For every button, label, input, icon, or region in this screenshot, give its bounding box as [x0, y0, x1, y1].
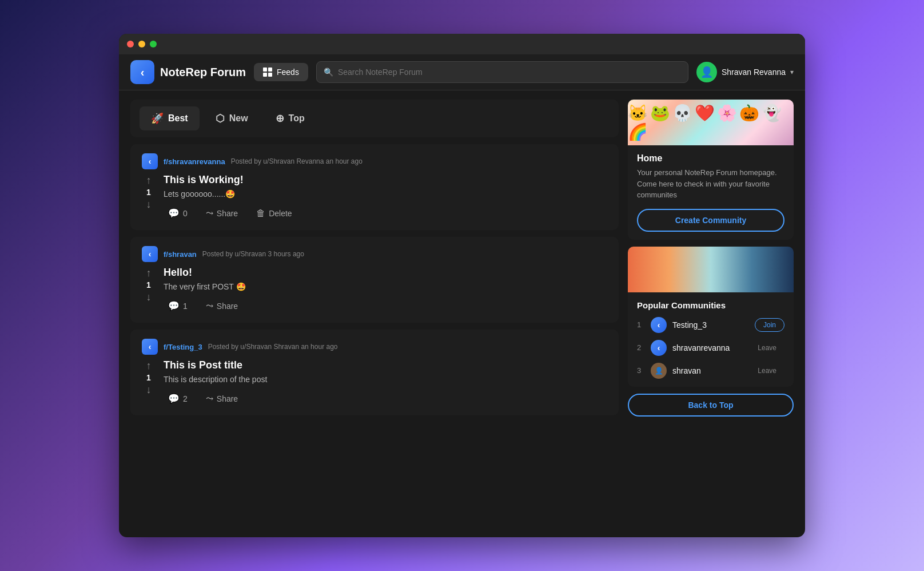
post-description: This is description of the post	[164, 375, 607, 384]
user-name: Shravan Revanna	[722, 68, 786, 77]
post-meta: Posted by u/Shravan 3 hours ago	[202, 250, 304, 258]
comment-icon: 💬	[168, 208, 180, 219]
community-item-icon: ‹	[651, 340, 667, 356]
community-icon: ‹	[142, 153, 158, 169]
tab-best[interactable]: 🚀 Best	[140, 106, 200, 130]
downvote-button[interactable]: ↓	[145, 198, 153, 211]
community-rank: 2	[637, 343, 645, 352]
community-item-icon: ‹	[651, 317, 667, 333]
user-menu[interactable]: 👤 Shravan Revanna ▾	[696, 62, 794, 82]
delete-icon: 🗑	[256, 208, 265, 219]
create-community-button[interactable]: Create Community	[637, 209, 784, 232]
share-button[interactable]: ⤳ Share	[201, 391, 242, 406]
app-window: ‹ NoteRep Forum Feeds 🔍 👤 Shravan Revann…	[119, 34, 805, 537]
list-item: 3 👤 shravan Leave	[637, 363, 784, 379]
popular-card-body: Popular Communities 1 ‹ Testing_3 Join 2…	[628, 292, 794, 387]
post-card: ‹ f/shravan Posted by u/Shravan 3 hours …	[130, 237, 619, 323]
comment-count: 2	[183, 394, 188, 403]
post-meta: Posted by u/Shravan Revanna an hour ago	[231, 157, 363, 165]
vote-column: ↑ 1 ↓	[142, 174, 156, 221]
search-icon: 🔍	[324, 68, 333, 77]
comment-icon: 💬	[168, 393, 180, 404]
tab-best-label: Best	[168, 113, 188, 124]
titlebar	[119, 34, 805, 54]
vote-count: 1	[146, 280, 151, 290]
popular-communities-card: Popular Communities 1 ‹ Testing_3 Join 2…	[628, 247, 794, 387]
leave-button[interactable]: Leave	[750, 342, 784, 354]
post-body: ↑ 1 ↓ This is Post title This is descrip…	[142, 359, 607, 406]
close-dot[interactable]	[127, 41, 134, 47]
delete-button[interactable]: 🗑 Delete	[252, 206, 296, 221]
post-body: ↑ 1 ↓ This is Working! Lets goooooo.....…	[142, 174, 607, 221]
avatar: 👤	[696, 62, 717, 82]
minimize-dot[interactable]	[138, 41, 145, 47]
community-rank: 3	[637, 366, 645, 375]
feeds-grid-icon	[263, 68, 272, 77]
comment-count: 0	[183, 209, 188, 218]
feeds-label: Feeds	[277, 68, 299, 77]
share-label: Share	[217, 302, 238, 311]
post-body: ↑ 1 ↓ Hello! The very first POST 🤩 💬 1	[142, 267, 607, 314]
maximize-dot[interactable]	[150, 41, 157, 47]
tab-top-label: Top	[289, 113, 305, 124]
upvote-button[interactable]: ↑	[145, 174, 153, 187]
post-title[interactable]: This is Working!	[164, 174, 607, 186]
community-name[interactable]: f/Testing_3	[164, 343, 202, 351]
logo-area: ‹ NoteRep Forum	[130, 60, 246, 84]
post-card: ‹ f/Testing_3 Posted by u/Shravan Shrava…	[130, 330, 619, 415]
share-icon: ⤳	[206, 393, 213, 404]
post-title[interactable]: Hello!	[164, 267, 607, 279]
feed-column: 🚀 Best ⬡ New ⊕ Top ‹ f/shravanrevanna Po…	[130, 100, 619, 528]
chevron-down-icon: ▾	[790, 68, 794, 76]
search-input[interactable]	[338, 68, 681, 77]
comment-icon: 💬	[168, 300, 180, 311]
share-label: Share	[217, 209, 238, 218]
post-meta: Posted by u/Shravan Shravan an hour ago	[208, 343, 338, 351]
upvote-button[interactable]: ↑	[145, 359, 153, 372]
tab-top[interactable]: ⊕ Top	[264, 106, 316, 130]
tab-new[interactable]: ⬡ New	[204, 106, 260, 130]
share-button[interactable]: ⤳ Share	[201, 298, 242, 314]
back-to-top-button[interactable]: Back to Top	[628, 394, 794, 417]
popular-title: Popular Communities	[637, 300, 784, 310]
vote-column: ↑ 1 ↓	[142, 359, 156, 406]
community-rank: 1	[637, 320, 645, 329]
vote-count: 1	[146, 188, 151, 197]
home-title: Home	[637, 153, 784, 164]
community-icon: ‹	[142, 246, 158, 262]
post-actions: 💬 2 ⤳ Share	[164, 391, 607, 406]
feeds-button[interactable]: Feeds	[254, 63, 308, 81]
share-icon: ⤳	[206, 300, 213, 311]
post-header: ‹ f/shravanrevanna Posted by u/Shravan R…	[142, 153, 607, 169]
home-banner: 🐱🐸💀❤️🌸🎃👻🌈	[628, 100, 794, 145]
leave-button[interactable]: Leave	[750, 364, 784, 377]
community-name[interactable]: f/shravan	[164, 250, 197, 259]
join-button[interactable]: Join	[755, 318, 784, 332]
hexagon-icon: ⬡	[216, 112, 225, 125]
post-actions: 💬 0 ⤳ Share 🗑 Delete	[164, 205, 607, 221]
main-content: 🚀 Best ⬡ New ⊕ Top ‹ f/shravanrevanna Po…	[119, 90, 805, 537]
post-description: The very first POST 🤩	[164, 282, 607, 291]
home-card: 🐱🐸💀❤️🌸🎃👻🌈 Home Your personal NoteRep For…	[628, 100, 794, 240]
downvote-button[interactable]: ↓	[145, 383, 153, 396]
comment-button[interactable]: 💬 2	[164, 391, 192, 406]
app-title: NoteRep Forum	[160, 66, 246, 79]
post-header: ‹ f/Testing_3 Posted by u/Shravan Shrava…	[142, 339, 607, 355]
comment-button[interactable]: 💬 0	[164, 205, 192, 221]
share-button[interactable]: ⤳ Share	[201, 205, 242, 221]
post-title[interactable]: This is Post title	[164, 359, 607, 371]
vote-column: ↑ 1 ↓	[142, 267, 156, 314]
upvote-button[interactable]: ↑	[145, 267, 153, 279]
downvote-button[interactable]: ↓	[145, 291, 153, 303]
search-bar: 🔍	[316, 61, 688, 83]
delete-label: Delete	[269, 209, 292, 218]
rocket-icon: 🚀	[151, 112, 164, 125]
post-header: ‹ f/shravan Posted by u/Shravan 3 hours …	[142, 246, 607, 262]
comment-button[interactable]: 💬 1	[164, 298, 192, 314]
circle-up-icon: ⊕	[276, 112, 284, 125]
post-content: Hello! The very first POST 🤩 💬 1 ⤳ Share	[164, 267, 607, 314]
post-content: This is Post title This is description o…	[164, 359, 607, 406]
sidebar: 🐱🐸💀❤️🌸🎃👻🌈 Home Your personal NoteRep For…	[628, 100, 794, 528]
list-item: 1 ‹ Testing_3 Join	[637, 317, 784, 333]
community-name[interactable]: f/shravanrevanna	[164, 157, 225, 166]
